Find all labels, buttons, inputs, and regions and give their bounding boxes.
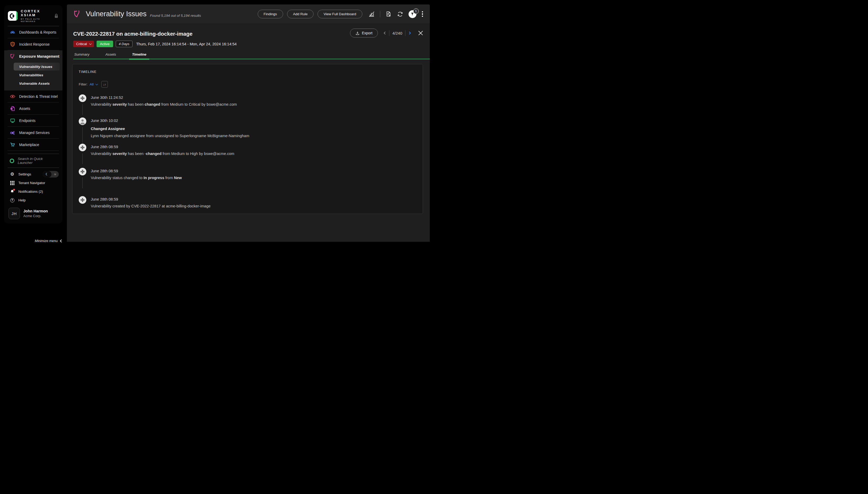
plus-icon bbox=[79, 144, 86, 151]
view-full-dashboard-button[interactable]: View Full Dashboard bbox=[317, 10, 362, 18]
entry-description: Vulnerability severity has been -changed… bbox=[91, 152, 417, 156]
sidebar-item-detection-threat-intel[interactable]: Detection & Threat Intel bbox=[4, 91, 62, 102]
timeline-entry: June 30th 11:24:52 Vulnerability severit… bbox=[79, 95, 417, 107]
logo-text: CORTEX XSIAM BY PALO ALTO NETWORKS bbox=[21, 9, 54, 22]
entry-description: Lynn Nguyen changed assignee from unassi… bbox=[91, 134, 417, 138]
sidebar-item-settings[interactable]: ⚙ Settings ☾ ☀ bbox=[4, 170, 62, 178]
sidebar-item-incident-response[interactable]: Incident Response bbox=[4, 38, 62, 50]
sidebar-item-exposure-management[interactable]: Exposure Management bbox=[4, 50, 62, 62]
sidebar-item-endpoints[interactable]: Endpoints bbox=[4, 115, 62, 127]
findings-button[interactable]: Findings bbox=[258, 10, 283, 18]
prev-page-icon[interactable] bbox=[384, 32, 387, 34]
header-actions: Findings Add Rule View Full Dashboard bbox=[258, 10, 424, 18]
pagination: 4/240 bbox=[384, 30, 410, 36]
page-title: Vulnerability Issues bbox=[86, 10, 147, 18]
user-profile[interactable]: JH John Harmon Acme Corp. bbox=[4, 205, 62, 223]
sidebar-item-notifications[interactable]: Notifications (2) bbox=[4, 187, 62, 196]
minimize-menu-label: Minimize menu bbox=[35, 239, 58, 243]
sidebar-subitem-label: Vulnerable Assets bbox=[19, 81, 50, 86]
quick-launcher-icon bbox=[10, 159, 14, 163]
tab-assets[interactable]: Assets bbox=[105, 53, 117, 59]
vulnerability-shield-icon bbox=[73, 10, 81, 19]
sun-icon[interactable]: ☀ bbox=[52, 171, 59, 177]
divider bbox=[7, 168, 59, 168]
minimize-menu-button[interactable]: Minimize menu bbox=[0, 239, 62, 243]
refresh-icon[interactable] bbox=[397, 11, 404, 18]
divider bbox=[405, 30, 405, 36]
sidebar-item-dashboards-reports[interactable]: Dashboards & Reports bbox=[4, 26, 62, 38]
sidebar-item-label: Assets bbox=[19, 107, 30, 111]
tenant-navigator-label: Tenant Navigator bbox=[18, 181, 45, 185]
next-page-icon[interactable] bbox=[408, 32, 411, 34]
logo-row: CORTEX XSIAM BY PALO ALTO NETWORKS bbox=[4, 5, 62, 26]
close-icon[interactable] bbox=[418, 30, 424, 36]
export-label: Export bbox=[362, 31, 372, 35]
settings-label: Settings bbox=[18, 172, 31, 176]
bell-icon bbox=[10, 189, 15, 194]
sidebar-item-label: Dashboards & Reports bbox=[19, 30, 56, 34]
sidebar-item-managed-services[interactable]: Managed Services bbox=[4, 127, 62, 138]
shield-pink-icon bbox=[10, 54, 16, 59]
plus-icon bbox=[79, 94, 86, 102]
entry-time: June 30th 11:24:52 bbox=[91, 95, 417, 100]
add-rule-button[interactable]: Add Rule bbox=[287, 10, 314, 18]
sidebar-item-help[interactable]: ? Help bbox=[4, 196, 62, 205]
date-range: Thurs, Feb 17, 2024 16:14:54 - Mon, Apr … bbox=[136, 42, 237, 46]
sidebar-item-vulnerable-assets[interactable]: Vulnerable Assets bbox=[14, 79, 60, 87]
cart-icon bbox=[10, 142, 16, 148]
lock-icon bbox=[54, 14, 58, 18]
sidebar-item-assets[interactable]: Assets bbox=[4, 102, 62, 114]
divider bbox=[380, 11, 380, 17]
help-label: Help bbox=[18, 198, 26, 202]
timeline-entry: June 28th 08:59 Vulnerability created by… bbox=[79, 197, 417, 208]
timeline-filter-row: Filter: All ↓↑ bbox=[79, 81, 417, 88]
results-count: Found 5,194 out of 5,194 results bbox=[150, 11, 201, 18]
tab-summary[interactable]: Summary bbox=[74, 53, 90, 59]
logo-title: CORTEX XSIAM bbox=[21, 9, 54, 17]
sort-button[interactable]: ↓↑ bbox=[101, 81, 108, 88]
timeline-entry: June 28th 08:59 Vulnerability status cha… bbox=[79, 169, 417, 180]
chevron-down-icon bbox=[95, 82, 98, 85]
avatar-icon bbox=[79, 117, 86, 125]
filter-value: All bbox=[90, 82, 94, 86]
filter-funnel-icon[interactable]: 1 bbox=[409, 10, 417, 18]
badge-row: Critical Active 4 Days Thurs, Feb 17, 20… bbox=[73, 41, 424, 47]
sidebar-item-vulnerability-issues[interactable]: Vulnerability Issues bbox=[14, 63, 60, 71]
app-window: CORTEX XSIAM BY PALO ALTO NETWORKS Dashb… bbox=[0, 0, 434, 247]
export-button[interactable]: Export bbox=[350, 28, 378, 38]
gear-icon: ⚙ bbox=[10, 172, 15, 176]
theme-toggle[interactable]: ☾ ☀ bbox=[42, 171, 59, 177]
timeline-entry: June 28th 08:59 Vulnerability severity h… bbox=[79, 145, 417, 156]
moon-icon[interactable]: ☾ bbox=[42, 171, 52, 177]
sidebar-item-label: Endpoints bbox=[19, 118, 35, 123]
plus-icon bbox=[79, 168, 86, 175]
header-icon-cluster: 1 bbox=[368, 10, 424, 18]
user-name: John Harmon bbox=[23, 209, 48, 213]
help-icon: ? bbox=[10, 198, 15, 203]
monitor-icon bbox=[10, 118, 16, 124]
chart-disabled-icon[interactable] bbox=[368, 11, 375, 17]
entry-time: June 28th 08:59 bbox=[91, 197, 417, 202]
entry-time: June 28th 08:59 bbox=[91, 169, 417, 173]
chevron-left-icon bbox=[60, 240, 63, 242]
severity-badge[interactable]: Critical bbox=[73, 41, 94, 47]
sidebar-item-marketplace[interactable]: Marketplace bbox=[4, 139, 62, 151]
age-badge: 4 Days bbox=[116, 41, 132, 47]
filter-dropdown[interactable]: All bbox=[90, 82, 97, 86]
sidebar: CORTEX XSIAM BY PALO ALTO NETWORKS Dashb… bbox=[0, 0, 66, 247]
sidebar-subitem-label: Vulnerabilities bbox=[19, 73, 43, 77]
sidebar-item-tenant-navigator[interactable]: Tenant Navigator bbox=[4, 178, 62, 187]
entry-description: Vulnerability status changed to In progr… bbox=[91, 176, 417, 180]
kebab-menu-icon[interactable] bbox=[421, 11, 424, 18]
quick-launcher[interactable]: Search in Quick Launcher bbox=[4, 154, 62, 168]
sidebar-item-vulnerabilities[interactable]: Vulnerabilities bbox=[14, 71, 60, 79]
tab-timeline[interactable]: Timeline bbox=[131, 53, 147, 59]
issue-detail-header: CVE-2022-22817 on acme-billing-docker-im… bbox=[67, 24, 430, 59]
filter-label: Filter: bbox=[79, 82, 88, 86]
report-export-icon[interactable] bbox=[385, 11, 392, 17]
timeline-card: TIMELINE Filter: All ↓↑ June 30th 11:24:… bbox=[72, 64, 423, 214]
sidebar-panel: CORTEX XSIAM BY PALO ALTO NETWORKS Dashb… bbox=[4, 5, 62, 223]
quick-launcher-label: Search in Quick Launcher bbox=[18, 157, 57, 165]
eye-icon bbox=[10, 94, 16, 99]
main-area: Vulnerability Issues Found 5,194 out of … bbox=[67, 4, 430, 242]
